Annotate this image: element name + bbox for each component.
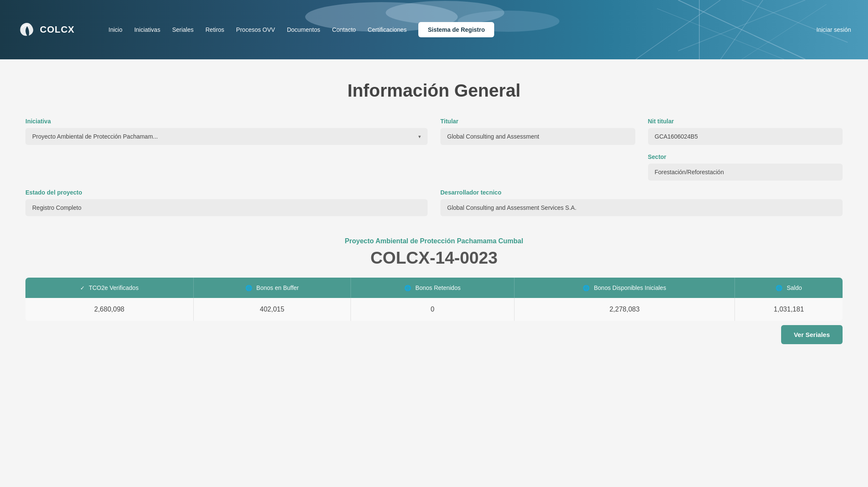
main-nav: Inicio Iniciativas Seriales Retiros Proc… <box>108 22 816 37</box>
th-bonos-disponibles: 🌐 Bonos Disponibles Iniciales <box>514 278 735 298</box>
project-section: Proyecto Ambiental de Protección Pachama… <box>25 237 843 267</box>
desarrollador-input[interactable] <box>440 199 843 216</box>
logo[interactable]: COLCX <box>17 19 75 40</box>
sector-input[interactable] <box>648 164 843 181</box>
iniciar-sesion-link[interactable]: Iniciar sesión <box>816 26 851 33</box>
estado-group: Estado del proyecto <box>25 189 428 216</box>
nit-group: Nit titular <box>648 118 843 145</box>
estado-input[interactable] <box>25 199 428 216</box>
nav-procesos-ovv[interactable]: Procesos OVV <box>236 26 275 33</box>
th-saldo: 🌐 Saldo <box>735 278 843 298</box>
colcx-logo-icon <box>17 19 37 40</box>
header: COLCX Inicio Iniciativas Seriales Retiro… <box>0 0 868 59</box>
cell-bonos-buffer: 402,015 <box>193 298 351 321</box>
sector-group: Sector <box>648 153 843 181</box>
table-header: ✓ TCO2e Verificados 🌐 Bonos en Buffer 🌐 … <box>25 278 843 298</box>
nav-iniciativas[interactable]: Iniciativas <box>134 26 160 33</box>
globe-icon-2: 🌐 <box>404 285 411 291</box>
nav-documentos[interactable]: Documentos <box>287 26 320 33</box>
nav-seriales[interactable]: Seriales <box>172 26 194 33</box>
globe-icon-1: 🌐 <box>245 285 252 291</box>
nit-input[interactable] <box>648 128 843 145</box>
nav-retiros[interactable]: Retiros <box>206 26 224 33</box>
desarrollador-label: Desarrollador tecnico <box>440 189 843 196</box>
iniciativa-select[interactable]: Proyecto Ambiental de Protección Pachama… <box>25 128 428 145</box>
table-header-row: ✓ TCO2e Verificados 🌐 Bonos en Buffer 🌐 … <box>25 278 843 298</box>
table-body: 2,680,098 402,015 0 2,278,083 1,031,181 <box>25 298 843 321</box>
desarrollador-group: Desarrollador tecnico <box>440 189 843 216</box>
th-tco2e: ✓ TCO2e Verificados <box>25 278 193 298</box>
nit-label: Nit titular <box>648 118 843 125</box>
globe-icon-3: 🌐 <box>583 285 590 291</box>
check-icon: ✓ <box>80 285 85 291</box>
iniciativa-select-wrapper: Proyecto Ambiental de Protección Pachama… <box>25 128 428 145</box>
logo-text: COLCX <box>40 24 75 35</box>
cell-tco2e: 2,680,098 <box>25 298 193 321</box>
globe-icon-4: 🌐 <box>776 285 782 291</box>
ver-seriales-wrapper: Ver Seriales <box>25 321 843 344</box>
info-form: Iniciativa Proyecto Ambiental de Protecc… <box>25 118 843 216</box>
page-title: Información General <box>25 81 843 101</box>
titular-label: Titular <box>440 118 635 125</box>
data-table: ✓ TCO2e Verificados 🌐 Bonos en Buffer 🌐 … <box>25 278 843 321</box>
sector-label: Sector <box>648 153 843 160</box>
titular-group: Titular <box>440 118 635 145</box>
cell-bonos-retenidos: 0 <box>351 298 514 321</box>
svg-point-2 <box>386 1 504 25</box>
table-row: 2,680,098 402,015 0 2,278,083 1,031,181 <box>25 298 843 321</box>
th-bonos-retenidos: 🌐 Bonos Retenidos <box>351 278 514 298</box>
cell-bonos-disponibles: 2,278,083 <box>514 298 735 321</box>
ver-seriales-button[interactable]: Ver Seriales <box>781 325 843 344</box>
header-right: Iniciar sesión <box>816 26 851 33</box>
nav-contacto[interactable]: Contacto <box>332 26 356 33</box>
main-content: Información General Iniciativa Proyecto … <box>0 59 868 370</box>
cell-saldo: 1,031,181 <box>735 298 843 321</box>
project-code: COLCX-14-0023 <box>25 248 843 267</box>
th-bonos-buffer: 🌐 Bonos en Buffer <box>193 278 351 298</box>
sistema-registro-button[interactable]: Sistema de Registro <box>418 22 494 37</box>
iniciativa-label: Iniciativa <box>25 118 428 125</box>
iniciativa-group: Iniciativa Proyecto Ambiental de Protecc… <box>25 118 428 145</box>
project-subtitle: Proyecto Ambiental de Protección Pachama… <box>25 237 843 245</box>
titular-input[interactable] <box>440 128 635 145</box>
nav-inicio[interactable]: Inicio <box>108 26 122 33</box>
estado-label: Estado del proyecto <box>25 189 428 196</box>
nav-certificaciones[interactable]: Certificaciones <box>368 26 407 33</box>
